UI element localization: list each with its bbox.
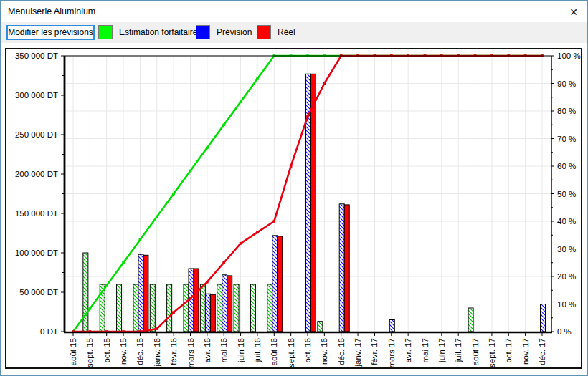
x-label: nov. 17 <box>521 338 530 365</box>
x-label: déc. 17 <box>538 338 546 365</box>
bar <box>217 284 222 332</box>
bar <box>272 236 278 332</box>
bar <box>468 308 473 332</box>
y-right-label: 50 % <box>557 190 576 198</box>
y-left-label: 100 000 DT <box>15 249 58 257</box>
y-left-label: 50 000 DT <box>19 288 58 297</box>
y-right-label: 40 % <box>557 217 576 226</box>
x-label: janv. 16 <box>153 338 161 367</box>
line-marker <box>189 170 192 173</box>
bar <box>311 74 316 332</box>
line-marker <box>272 220 275 223</box>
bar <box>200 284 205 332</box>
bar <box>133 284 138 332</box>
line-marker <box>222 123 225 126</box>
x-label: sept. 16 <box>287 338 295 367</box>
y-left-label: 150 000 DT <box>15 209 58 218</box>
x-label: oct. 16 <box>303 338 312 363</box>
x-label: avr. 17 <box>404 338 412 363</box>
bar <box>143 255 148 332</box>
y-left-label: 250 000 DT <box>15 130 58 139</box>
x-label: août 15 <box>69 338 77 365</box>
line-marker <box>189 297 192 300</box>
window-title: Menuiserie Aluminium <box>8 6 95 16</box>
x-label: sept. 17 <box>488 338 496 367</box>
x-label: juin 17 <box>437 338 446 363</box>
close-icon[interactable]: ✕ <box>566 5 582 19</box>
legend-swatch-prevision-icon <box>196 25 210 39</box>
x-label: déc. 16 <box>337 338 346 365</box>
bar <box>167 284 172 332</box>
y-right-label: 80 % <box>557 107 576 115</box>
x-label: févr. 16 <box>169 338 178 365</box>
bar <box>278 236 283 332</box>
bar <box>194 269 199 332</box>
line-marker <box>206 147 209 150</box>
line-marker <box>105 284 108 287</box>
y-right-label: 90 % <box>557 79 576 88</box>
bar <box>339 204 344 332</box>
bar <box>184 284 189 332</box>
line-marker <box>222 261 225 264</box>
y-right-label: 30 % <box>557 245 576 254</box>
chart-panel: 0 DT50 000 DT100 000 DT150 000 DT200 000… <box>5 48 582 369</box>
bar <box>138 254 143 332</box>
line-marker <box>122 261 125 264</box>
bar <box>210 294 215 332</box>
line-marker <box>172 311 175 314</box>
x-label: mai 16 <box>219 338 228 363</box>
x-label: janv. 17 <box>354 338 362 367</box>
bar <box>267 284 272 332</box>
x-label: juil. 16 <box>253 338 262 362</box>
line-marker <box>240 100 242 103</box>
bar <box>389 320 394 332</box>
line-marker <box>172 193 175 196</box>
x-label: mars 16 <box>186 338 195 367</box>
line-marker <box>290 165 293 168</box>
y-right-label: 10 % <box>557 300 576 309</box>
y-left-label: 200 000 DT <box>15 170 58 178</box>
line-marker <box>89 307 92 310</box>
x-label: déc. 15 <box>136 338 144 365</box>
line-marker <box>256 231 259 234</box>
line-marker <box>256 77 259 80</box>
x-label: juin 16 <box>237 338 245 363</box>
y-right-label: 70 % <box>557 135 576 143</box>
toolbar: Modifier les prévisions Estimation forfa… <box>1 22 587 43</box>
y-right-label: 20 % <box>557 272 576 281</box>
bar <box>150 284 155 332</box>
line-marker <box>306 115 309 118</box>
y-left-label: 300 000 DT <box>15 91 58 100</box>
line-marker <box>139 238 142 241</box>
line-marker <box>206 281 209 284</box>
y-right-label: 60 % <box>557 162 576 170</box>
x-label: nov. 15 <box>119 338 128 365</box>
bar <box>250 284 255 332</box>
x-label: oct. 15 <box>103 338 111 363</box>
line-marker <box>240 242 242 245</box>
bar <box>234 284 239 332</box>
bar <box>83 253 88 332</box>
y-left-label: 0 DT <box>40 327 58 336</box>
line-marker <box>156 216 158 218</box>
modify-forecasts-button[interactable]: Modifier les prévisions <box>6 25 95 40</box>
bar <box>227 276 232 332</box>
line-marker <box>323 82 326 85</box>
bar <box>205 294 210 332</box>
x-label: oct. 17 <box>504 338 513 363</box>
y-left-label: 350 000 DT <box>15 52 58 60</box>
bar <box>222 275 227 332</box>
x-label: nov. 16 <box>320 338 328 365</box>
legend-label-estimation: Estimation forfaitaire <box>119 25 197 39</box>
titlebar: Menuiserie Aluminium ✕ <box>1 1 587 22</box>
legend-swatch-estimation-icon <box>98 25 113 39</box>
line-marker <box>156 327 158 330</box>
x-label: mars 17 <box>387 338 396 367</box>
legend-swatch-reel-icon <box>257 25 271 39</box>
bars-prevision <box>138 74 546 332</box>
x-label: mai 17 <box>421 338 430 363</box>
bar <box>344 205 349 332</box>
bar <box>318 322 323 332</box>
y-right-label: 0 % <box>557 327 572 336</box>
bar <box>117 284 122 332</box>
